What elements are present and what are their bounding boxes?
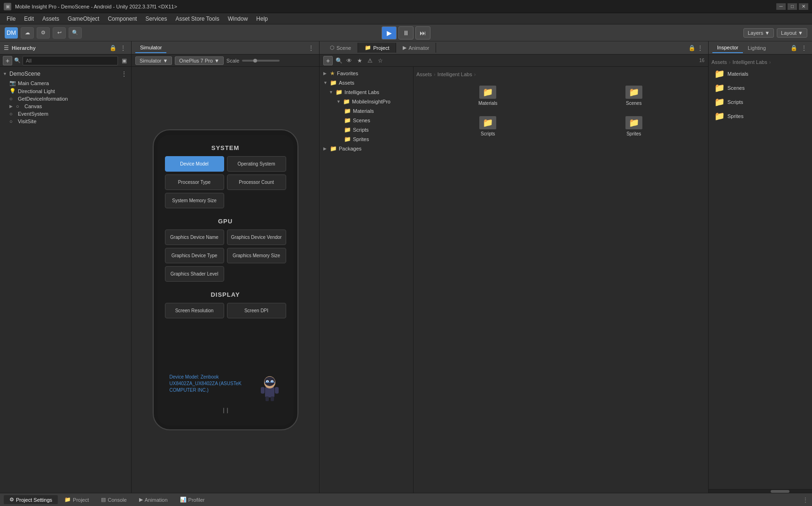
hierarchy-filter-button[interactable]: ▣ — [120, 56, 128, 65]
btn-device-model[interactable]: Device Model — [165, 156, 224, 172]
step-button[interactable]: ⏭ — [415, 26, 430, 40]
menu-asset-store-tools[interactable]: Asset Store Tools — [172, 15, 223, 23]
btn-graphics-shader-level[interactable]: Graphics Shader Level — [165, 266, 224, 282]
asset-item-sprites[interactable]: 📁 Sprites — [562, 112, 706, 140]
bottom-tab-profiler[interactable]: 📊 Profiler — [174, 495, 211, 504]
btn-graphics-device-vendor[interactable]: Graphics Device Vendor — [227, 229, 286, 245]
tab-project[interactable]: 📁 Project — [358, 43, 396, 53]
layers-dropdown[interactable]: Layers ▼ — [743, 28, 774, 38]
menu-component[interactable]: Component — [104, 15, 141, 23]
asset-item-materials[interactable]: 📁 Materials — [416, 82, 560, 110]
menu-file[interactable]: File — [3, 15, 19, 23]
insp-materials-item[interactable]: 📁 Materials — [711, 67, 809, 81]
btn-graphics-memory-size[interactable]: Graphics Memory Size — [227, 248, 286, 263]
project-star2-button[interactable]: ☆ — [376, 56, 384, 65]
hier-item-main-camera[interactable]: 📷 Main Camera — [0, 79, 131, 87]
btn-screen-resolution[interactable]: Screen Resolution — [165, 303, 224, 318]
insp-scenes-item[interactable]: 📁 Scenes — [711, 81, 809, 95]
project-star-button[interactable]: ★ — [355, 56, 364, 65]
tree-intelligent-labs[interactable]: ▼ 📁 Intelligent Labs — [320, 87, 413, 97]
btn-processor-type[interactable]: Processor Type — [165, 174, 224, 190]
hierarchy-lock-button[interactable]: 🔒 — [109, 44, 117, 52]
inspector-lock-button[interactable]: 🔒 — [789, 44, 798, 52]
breadcrumb-intelligent-labs[interactable]: Intelligent Labs — [437, 71, 472, 77]
insp-breadcrumb-intelligent-labs[interactable]: Intelligent Labs — [733, 59, 767, 65]
menu-help[interactable]: Help — [252, 15, 272, 23]
simulator-tab[interactable]: Simulator — [135, 43, 166, 53]
btn-system-memory[interactable]: System Memory Size — [165, 193, 224, 208]
sim-more-button[interactable]: ⋮ — [307, 44, 315, 52]
insp-breadcrumb-assets[interactable]: Assets — [711, 59, 727, 65]
menu-services[interactable]: Services — [141, 15, 171, 23]
insp-scripts-item[interactable]: 📁 Scripts — [711, 95, 809, 109]
inspector-more-button[interactable]: ⋮ — [800, 44, 808, 52]
tree-packages[interactable]: ▶ 📁 Packages — [320, 144, 413, 153]
tree-materials[interactable]: 📁 Materials — [320, 106, 413, 116]
bottombar-more-icon[interactable]: ⋮ — [803, 497, 808, 503]
btn-graphics-device-type[interactable]: Graphics Device Type — [165, 248, 224, 263]
tree-scenes[interactable]: 📁 Scenes — [320, 116, 413, 125]
btn-screen-dpi[interactable]: Screen DPI — [227, 303, 286, 318]
hier-item-event-system[interactable]: ○ EventSystem — [0, 110, 131, 118]
tree-sprites[interactable]: 📁 Sprites — [320, 134, 413, 144]
bottom-tab-console[interactable]: ▤ Console — [95, 495, 132, 504]
insp-sprites-item[interactable]: 📁 Sprites — [711, 109, 809, 123]
scale-slider[interactable] — [242, 60, 280, 62]
hierarchy-more-button[interactable]: ⋮ — [119, 44, 127, 52]
tree-mobile-insight[interactable]: ▼ 📁 MobileInsightPro — [320, 97, 413, 106]
btn-graphics-device-name[interactable]: Graphics Device Name — [165, 229, 224, 245]
lighting-tab-label: Lighting — [748, 45, 766, 51]
search-button[interactable]: 🔍 — [69, 27, 82, 39]
close-button[interactable]: ✕ — [799, 3, 808, 10]
hierarchy-add-button[interactable]: + — [3, 56, 12, 65]
panel-lock-button[interactable]: 🔒 — [687, 44, 696, 52]
tree-scripts[interactable]: 📁 Scripts — [320, 125, 413, 134]
scene-more-icon[interactable]: ⋮ — [120, 70, 128, 78]
settings-cog-button[interactable]: ⚙ — [37, 27, 50, 39]
asset-item-scenes[interactable]: 📁 Scenes — [562, 82, 706, 110]
project-alert-button[interactable]: ⚠ — [366, 56, 374, 65]
hier-item-get-device-info[interactable]: ○ GetDeviceInformation — [0, 95, 131, 103]
menu-gameobject[interactable]: GameObject — [64, 15, 103, 23]
project-right-panel: Assets › Intelligent Labs › 📁 Materials … — [414, 67, 708, 493]
simulator-mode-dropdown[interactable]: Simulator ▼ — [135, 56, 172, 65]
hier-item-directional-light[interactable]: 💡 Directional Light — [0, 87, 131, 95]
project-eye-button[interactable]: 👁 — [345, 56, 353, 65]
lighting-tab[interactable]: Lighting — [743, 43, 771, 53]
breadcrumb-assets[interactable]: Assets — [416, 71, 432, 77]
tab-animator[interactable]: ▶ Animator — [396, 43, 436, 53]
hier-item-visit-site[interactable]: ○ VisitSite — [0, 118, 131, 125]
bottom-tab-animation[interactable]: ▶ Animation — [133, 495, 173, 504]
cloud-button[interactable]: ☁ — [21, 27, 34, 39]
bottom-tab-project[interactable]: 📁 Project — [59, 495, 94, 504]
bottom-line-2 — [227, 408, 228, 413]
project-tab-label: Project — [373, 45, 389, 51]
btn-processor-count[interactable]: Processor Count — [227, 174, 286, 190]
play-button[interactable]: ▶ — [382, 26, 397, 40]
tree-favorites[interactable]: ▶ ★ Favorites — [320, 69, 413, 78]
history-button[interactable]: ↩ — [53, 27, 66, 39]
account-button[interactable]: DM — [5, 27, 18, 39]
scene-item[interactable]: ▼ DemoScene ⋮ — [0, 69, 131, 79]
hierarchy-search-input[interactable] — [23, 56, 118, 65]
minimize-button[interactable]: ─ — [776, 3, 786, 10]
project-search-icon[interactable]: 🔍 — [335, 56, 343, 65]
device-dropdown[interactable]: OnePlus 7 Pro ▼ — [175, 56, 223, 65]
tab-scene[interactable]: ⬡ Scene — [323, 43, 358, 53]
asset-item-scripts[interactable]: 📁 Scripts — [416, 112, 560, 140]
panel-more-button[interactable]: ⋮ — [696, 44, 704, 52]
menu-window[interactable]: Window — [224, 15, 252, 23]
project-add-button[interactable]: + — [323, 56, 333, 65]
menu-edit[interactable]: Edit — [20, 15, 38, 23]
mobile-arrow-icon: ▼ — [336, 99, 341, 104]
bottom-tab-project-settings[interactable]: ⚙ Project Settings — [4, 495, 58, 504]
maximize-button[interactable]: □ — [788, 3, 797, 10]
hier-item-canvas[interactable]: ▶ ○ Canvas — [0, 103, 131, 110]
layout-dropdown[interactable]: Layout ▼ — [777, 28, 807, 38]
inspector-tab[interactable]: Inspector — [712, 43, 743, 53]
pause-button[interactable]: ⏸ — [398, 26, 414, 40]
menu-assets[interactable]: Assets — [39, 15, 63, 23]
tree-assets[interactable]: ▼ 📁 Assets — [320, 78, 413, 87]
inspector-scrollbar[interactable] — [709, 489, 812, 493]
btn-operating-system[interactable]: Operating System — [227, 156, 286, 172]
